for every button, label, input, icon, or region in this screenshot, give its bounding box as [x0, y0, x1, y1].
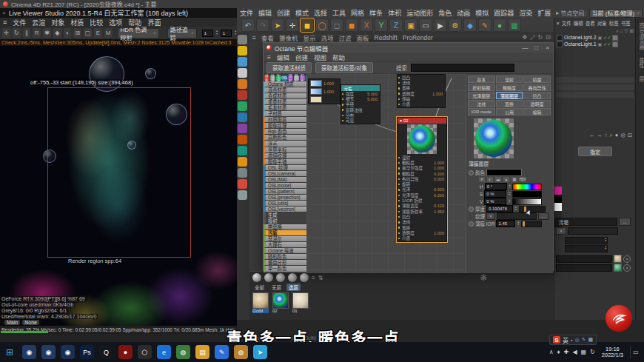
live-viewer-tool-icon[interactable]: ◆ — [53, 28, 61, 38]
up-caret-icon-icon[interactable]: ∧ — [549, 349, 554, 355]
folder-icon[interactable]: ▤ — [195, 345, 209, 359]
material-thumbnail[interactable]: 01 — [292, 292, 309, 313]
viewport-nav-icon[interactable]: ⤢ — [530, 34, 534, 41]
hamburger-icon[interactable]: ≡ — [557, 21, 560, 26]
menu-item[interactable]: 创建 — [277, 8, 290, 18]
chevron-down-icon[interactable]: ▼ — [556, 227, 566, 235]
chevron-down-icon[interactable]: ▼ — [486, 212, 495, 220]
hamburger-icon[interactable]: ≡ — [267, 53, 271, 61]
live-viewer-tool-icon[interactable]: ✛ — [2, 28, 10, 38]
attribute-nav-icon[interactable]: ● — [615, 132, 619, 139]
OctaneLight.2-icon[interactable]: OctaneLight.2 ▣ ✓✓ — [554, 34, 635, 41]
live-viewer-tool-icon[interactable]: ▢ — [84, 28, 92, 38]
texture-slot-field[interactable] — [556, 264, 612, 272]
tool-icon[interactable]: Z — [389, 19, 403, 32]
edge-browser-icon[interactable]: e — [157, 345, 171, 359]
node-category-tab[interactable]: 生成 — [276, 76, 281, 81]
live-viewer-menu-item[interactable]: 文件 — [13, 18, 26, 27]
render-region-rect[interactable] — [47, 87, 191, 258]
palette-tool-icon[interactable] — [238, 35, 247, 44]
material-filter-tab[interactable]: 无层 — [269, 284, 284, 291]
tool-icon[interactable]: ◼ — [301, 19, 314, 32]
node-type-item[interactable]: 污垢 — [264, 230, 306, 236]
viewport-menu-item[interactable]: 摄像机 — [279, 33, 298, 42]
tool-icon[interactable]: ◼ — [345, 19, 358, 32]
network-icon-icon[interactable]: ▦ — [581, 349, 587, 355]
menu-item[interactable]: 工具 — [332, 8, 346, 18]
spinner-arrows[interactable]: ▲▼ — [508, 192, 511, 197]
node-type-item[interactable]: 重叠材质 — [264, 99, 306, 105]
tool-icon[interactable]: ● — [493, 19, 506, 32]
node-type-item[interactable]: 图像纹理 — [264, 123, 306, 129]
node-type-item[interactable]: 材质图层 — [264, 117, 306, 123]
chrome-beta-icon[interactable]: ◍ — [234, 345, 248, 359]
node-type-item[interactable]: 投射 — [264, 218, 306, 224]
material-channel-tab[interactable]: 折射贴图 — [468, 84, 495, 91]
node-editor-titlebar[interactable]: Octane 节点编辑器 —□× — [264, 43, 553, 53]
palette-tool-icon[interactable] — [238, 57, 247, 67]
viewport-menu-item[interactable]: 选项 — [321, 33, 334, 42]
palette-tool-icon[interactable] — [238, 168, 247, 178]
menu-item[interactable]: 角色 — [438, 8, 452, 18]
palette-tool-icon[interactable] — [238, 101, 247, 111]
material-channel-tab[interactable]: 透明度 — [523, 100, 551, 107]
spinner-arrows[interactable]: ▲▼ — [514, 207, 517, 212]
material-channel-tab[interactable]: 基本 — [468, 76, 495, 83]
clear-icon[interactable]: × — [623, 255, 631, 263]
node-type-item[interactable]: Octane 材质 — [264, 81, 306, 87]
hamburger-icon[interactable]: ≡ — [3, 19, 7, 26]
dock-tab[interactable]: 内容浏览器 — [637, 22, 644, 50]
live-viewer-tool-icon[interactable]: M — [104, 28, 113, 38]
assign-button[interactable]: 指定 — [578, 147, 612, 156]
material-thumbnail[interactable]: OctM — [252, 292, 269, 313]
material-channel-tab[interactable]: IOR mode — [468, 108, 495, 115]
menu-item[interactable]: 体积 — [388, 8, 401, 18]
spinner-arrows[interactable]: ▲▼ — [234, 30, 237, 36]
selected-material-node[interactable]: ▾02 漫射粗糙度1.000菲涅尔强度1.000粗糙度0.200各向异性0.00… — [397, 117, 447, 242]
close-icon[interactable]: × — [2, 10, 6, 16]
node-category-tab[interactable]: OSL — [282, 76, 287, 81]
node-type-item[interactable]: 大理石 — [264, 242, 306, 248]
material-channel-tab[interactable]: 法线 — [468, 100, 495, 107]
viewport-menu-item[interactable]: 查看 — [261, 33, 274, 42]
menu-item[interactable]: 样条 — [369, 8, 383, 18]
viewport-menu-item[interactable]: 过滤 — [339, 33, 352, 42]
menu-item[interactable]: 编辑 — [258, 8, 272, 18]
window-control-icon[interactable]: □ — [531, 43, 542, 53]
node-type-item[interactable]: OSL[projection] — [264, 195, 306, 201]
material-channel-tab[interactable]: 置换 — [496, 100, 523, 107]
live-viewer-tool-icon[interactable]: ↻ — [13, 28, 21, 38]
node-category-tab[interactable]: 灯光 — [300, 76, 305, 81]
material-channel-tab[interactable]: 公用 — [496, 108, 523, 115]
saturation-slider[interactable] — [512, 191, 542, 198]
texture-slot[interactable]: × — [556, 264, 631, 272]
tool-icon[interactable]: X — [360, 19, 373, 32]
tag-icon[interactable] — [612, 41, 618, 47]
node-port-row[interactable]: 介质 — [398, 101, 445, 107]
value-slider[interactable] — [512, 198, 542, 205]
node-editor-menu-item[interactable]: 视图 — [314, 53, 326, 61]
tool-icon[interactable]: ▣ — [404, 19, 417, 32]
vram-tab[interactable]: None — [22, 320, 39, 325]
node-type-item[interactable]: Octane 噪波 — [264, 248, 306, 254]
dock-tab[interactable]: 层 — [637, 76, 644, 82]
node-type-item[interactable]: 单一颜色 — [264, 266, 306, 272]
object-manager-menu-item[interactable]: 文件 — [562, 19, 571, 27]
node-type-item[interactable]: 子材质 — [264, 111, 306, 117]
material-sphere-icon[interactable] — [300, 273, 309, 282]
material-channel-tab[interactable]: 光泽图层 — [468, 92, 495, 99]
attribute-nav-icon[interactable]: ◎ — [620, 132, 625, 139]
kernel-dropdown[interactable]: 路径追踪˅ — [167, 28, 197, 38]
palette-tool-icon[interactable] — [238, 90, 247, 100]
color-mode-icon[interactable]: ▬ — [494, 176, 502, 183]
palette-tool-icon[interactable] — [238, 124, 247, 133]
attribute-nav-icon[interactable]: ⌕ — [609, 132, 612, 139]
node-type-item[interactable]: 烘焙纹理 — [264, 153, 306, 159]
node-space-dropdown[interactable]: 当前 (标准/物理)˅ — [589, 9, 643, 18]
node-type-item[interactable]: OSL[noise] — [264, 183, 306, 189]
start-button[interactable]: ⊞ — [0, 342, 19, 362]
color-mode-icon[interactable]: ≡ — [478, 176, 486, 183]
notification-center-icon[interactable]: ▭ — [630, 346, 641, 358]
node-type-item[interactable]: 混合材质 — [264, 87, 306, 93]
ime-tool-icon[interactable]: ◎ — [574, 337, 579, 343]
